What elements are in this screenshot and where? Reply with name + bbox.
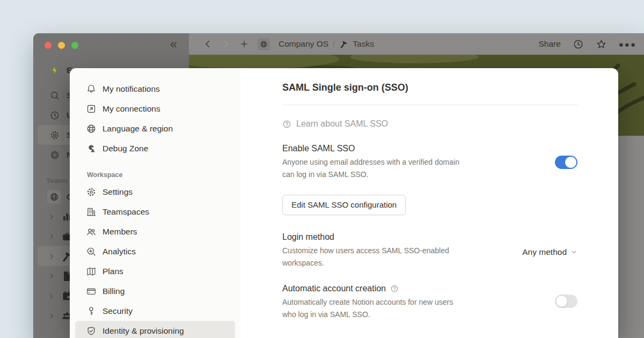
chevron-down-icon	[570, 248, 577, 255]
setting-heading: Enable SAML SSO	[282, 144, 462, 153]
arrow-out-square-icon	[86, 104, 97, 114]
nav-item-label: My notifications	[103, 84, 160, 94]
building-icon	[86, 207, 97, 217]
question-circle-icon	[282, 120, 291, 129]
teamspace-badge	[47, 190, 61, 204]
setting-enable-saml: Enable SAML SSO Anyone using email addre…	[282, 144, 577, 181]
chevron-right-icon[interactable]	[47, 232, 56, 241]
learn-link[interactable]: Learn about SAML SSO	[282, 119, 388, 129]
nav-item-billing[interactable]: Billing	[75, 281, 235, 301]
settings-content: SAML Single sign-on (SSO) Learn about SA…	[240, 68, 618, 338]
hammer-icon	[339, 40, 348, 49]
nav-item-label: My connections	[103, 104, 160, 114]
nav-item-label: Teamspaces	[103, 207, 149, 217]
nav-item-identity-provisioning[interactable]: Identity & provisioning	[75, 321, 235, 338]
nav-item-label: Members	[103, 227, 137, 237]
breadcrumb-workspace[interactable]: Company OS	[279, 39, 328, 49]
setting-heading: Login method	[282, 232, 480, 242]
more-options-icon[interactable]: ●●●	[619, 40, 636, 49]
nav-section-workspace: Workspace	[87, 171, 240, 179]
nav-item-label: Security	[103, 306, 133, 316]
shield-check-icon	[86, 326, 97, 336]
nav-item-label: Identity & provisioning	[103, 326, 184, 336]
breadcrumb-separator: /	[333, 39, 335, 49]
key-icon	[86, 306, 97, 317]
chevron-right-icon[interactable]	[47, 312, 56, 320]
setting-description: Automatically create Notion accounts for…	[282, 296, 465, 321]
toggle-knob	[565, 157, 576, 168]
page-title: SAML Single sign-on (SSO)	[282, 82, 577, 93]
chevron-right-icon[interactable]	[47, 252, 56, 261]
settings-modal: My notifications My connections Language…	[70, 68, 618, 338]
login-method-dropdown[interactable]: Any method	[522, 247, 577, 257]
nav-item-language-region[interactable]: Language & region	[75, 119, 235, 138]
breadcrumb: Company OS / Tasks	[279, 39, 374, 49]
enable-saml-toggle[interactable]	[555, 156, 577, 169]
edit-saml-config-button[interactable]: Edit SAML SSO configuration	[282, 195, 406, 215]
minimize-button[interactable]	[58, 42, 65, 49]
page-icon-badge[interactable]	[258, 38, 270, 50]
breadcrumb-page[interactable]: Tasks	[353, 39, 374, 49]
nav-item-settings[interactable]: Settings	[75, 182, 235, 202]
app-topbar: Company OS / Tasks Share ●●●	[189, 33, 644, 55]
setting-login-method: Login method Customize how users access …	[282, 232, 577, 269]
auto-account-creation-toggle[interactable]	[555, 295, 577, 308]
nav-item-label: Plans	[103, 267, 123, 276]
members-icon	[86, 226, 97, 237]
search-icon	[49, 90, 60, 101]
setting-description: Anyone using email addresses with a veri…	[282, 156, 462, 181]
forward-icon[interactable]	[221, 39, 231, 49]
learn-link-label[interactable]: Learn about SAML SSO	[296, 119, 388, 129]
history-clock-icon[interactable]	[573, 39, 584, 50]
chevron-right-icon[interactable]	[47, 272, 56, 281]
close-button[interactable]	[45, 42, 52, 49]
nav-item-label: Billing	[103, 286, 125, 296]
nav-item-label: Analytics	[103, 247, 136, 256]
setting-description: Customize how users access SAML SSO-enab…	[282, 245, 480, 269]
settings-nav: My notifications My connections Language…	[70, 68, 240, 338]
question-circle-icon[interactable]	[390, 284, 399, 293]
nav-item-label: Settings	[103, 187, 133, 197]
nav-item-plans[interactable]: Plans	[75, 261, 235, 281]
dropdown-value: Any method	[522, 247, 567, 257]
back-icon[interactable]	[203, 39, 213, 49]
globe-icon	[49, 192, 59, 202]
nav-item-members[interactable]: Members	[75, 222, 235, 241]
divider	[282, 105, 577, 105]
topbar-actions: Share ●●●	[538, 39, 639, 50]
share-button[interactable]: Share	[538, 39, 560, 49]
zoom-button[interactable]	[71, 42, 78, 49]
zoom-plus-icon	[86, 246, 97, 257]
clock-icon	[49, 110, 60, 121]
star-icon[interactable]	[596, 39, 607, 50]
plus-circle-icon	[49, 150, 60, 160]
globe-icon	[260, 40, 268, 48]
window-controls	[45, 42, 78, 49]
setting-heading-label: Automatic account creation	[282, 284, 386, 293]
credit-card-icon	[86, 286, 97, 297]
nav-item-my-notifications[interactable]: My notifications	[75, 79, 235, 99]
globe-icon	[86, 123, 97, 134]
map-icon	[86, 266, 97, 277]
new-tab-icon[interactable]	[239, 39, 249, 49]
debug-zone-icon	[86, 143, 97, 154]
toggle-knob	[556, 296, 567, 307]
nav-item-label: Debug Zone	[103, 144, 148, 153]
nav-item-my-connections[interactable]: My connections	[75, 99, 235, 119]
collapse-sidebar-icon[interactable]: «	[170, 38, 177, 50]
nav-item-debug-zone[interactable]: Debug Zone	[75, 138, 235, 158]
setting-auto-account-creation: Automatic account creation Automatically…	[282, 284, 577, 321]
gear-icon	[86, 187, 97, 197]
nav-item-teamspaces[interactable]: Teamspaces	[75, 202, 235, 222]
chevron-right-icon[interactable]	[47, 292, 56, 300]
nav-item-analytics[interactable]: Analytics	[75, 241, 235, 261]
nav-item-label: Language & region	[103, 124, 173, 134]
bell-icon	[86, 84, 97, 94]
chevron-right-icon[interactable]	[47, 212, 56, 221]
lightning-icon	[49, 65, 60, 76]
setting-heading: Automatic account creation	[282, 284, 465, 293]
nav-item-security[interactable]: Security	[75, 301, 235, 321]
gear-icon	[49, 130, 60, 141]
